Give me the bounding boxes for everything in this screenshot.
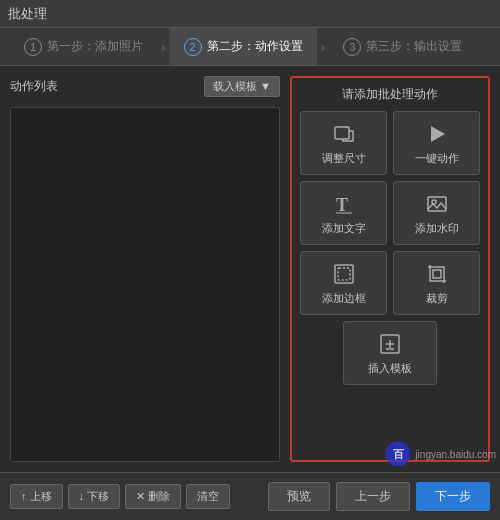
resize-label: 调整尺寸: [322, 151, 366, 166]
step-bar: 1 第一步：添加照片 › 2 第二步：动作设置 › 3 第三步：输出设置: [0, 28, 500, 66]
left-panel-header: 动作列表 载入模板 ▼: [10, 76, 280, 97]
resize-button[interactable]: 调整尺寸: [300, 111, 387, 175]
one-click-label: 一键动作: [415, 151, 459, 166]
step-1[interactable]: 1 第一步：添加照片: [10, 28, 157, 65]
crop-button[interactable]: 裁剪: [393, 251, 480, 315]
step-1-label: 第一步：添加照片: [47, 38, 143, 55]
svg-rect-8: [433, 270, 441, 278]
preview-button[interactable]: 预览: [268, 482, 330, 511]
step-3-num: 3: [343, 38, 361, 56]
insert-btn-row: 插入模板: [300, 321, 480, 385]
bottom-right-controls: 预览 上一步 下一步: [268, 482, 490, 511]
svg-marker-1: [431, 126, 445, 142]
svg-text:百: 百: [393, 448, 405, 460]
bottom-left-controls: ↑ 上移 ↓ 下移 ✕ 删除 清空: [10, 484, 230, 509]
left-panel: 动作列表 载入模板 ▼: [10, 76, 280, 462]
crop-label: 裁剪: [426, 291, 448, 306]
bottom-bar: ↑ 上移 ↓ 下移 ✕ 删除 清空 预览 上一步 下一步: [0, 472, 500, 520]
add-watermark-button[interactable]: 添加水印: [393, 181, 480, 245]
svg-rect-7: [338, 268, 350, 280]
insert-icon: [378, 332, 402, 356]
next-step-button[interactable]: 下一步: [416, 482, 490, 511]
step-2[interactable]: 2 第二步：动作设置: [170, 28, 317, 65]
title-bar: 批处理: [0, 0, 500, 28]
right-panel: 请添加批处理动作 调整尺寸 一键动作: [290, 76, 490, 462]
watermark-icon: [425, 192, 449, 216]
step-3[interactable]: 3 第三步：输出设置: [329, 28, 476, 65]
main-content: 动作列表 载入模板 ▼ 请添加批处理动作 调整尺寸: [0, 66, 500, 472]
baidu-icon: 百: [384, 440, 412, 468]
watermark-logo: 百 jingyan.baidu.com: [384, 440, 496, 468]
action-grid: 调整尺寸 一键动作 T 添加文字: [300, 111, 480, 315]
step-2-label: 第二步：动作设置: [207, 38, 303, 55]
clear-button[interactable]: 清空: [186, 484, 230, 509]
right-panel-title: 请添加批处理动作: [300, 86, 480, 103]
add-text-label: 添加文字: [322, 221, 366, 236]
insert-template-label: 插入模板: [368, 361, 412, 376]
watermark-site: jingyan.baidu.com: [415, 449, 496, 460]
svg-rect-0: [335, 127, 349, 139]
step-1-num: 1: [24, 38, 42, 56]
action-list-title: 动作列表: [10, 78, 58, 95]
add-text-button[interactable]: T 添加文字: [300, 181, 387, 245]
insert-template-button[interactable]: 插入模板: [343, 321, 437, 385]
svg-text:T: T: [336, 195, 348, 215]
crop-icon: [425, 262, 449, 286]
watermark: 百 jingyan.baidu.com: [384, 440, 496, 468]
text-icon: T: [332, 192, 356, 216]
add-border-label: 添加边框: [322, 291, 366, 306]
add-border-button[interactable]: 添加边框: [300, 251, 387, 315]
border-icon: [332, 262, 356, 286]
step-3-label: 第三步：输出设置: [366, 38, 462, 55]
step-arrow-1: ›: [161, 39, 166, 55]
app-title: 批处理: [8, 5, 47, 23]
import-template-button[interactable]: 载入模板 ▼: [204, 76, 280, 97]
step-2-num: 2: [184, 38, 202, 56]
add-watermark-label: 添加水印: [415, 221, 459, 236]
move-down-button[interactable]: ↓ 下移: [68, 484, 121, 509]
one-click-button[interactable]: 一键动作: [393, 111, 480, 175]
action-list-area: [10, 107, 280, 462]
prev-step-button[interactable]: 上一步: [336, 482, 410, 511]
resize-icon: [332, 122, 356, 146]
delete-button[interactable]: ✕ 删除: [125, 484, 181, 509]
play-icon: [425, 122, 449, 146]
step-arrow-2: ›: [321, 39, 326, 55]
move-up-button[interactable]: ↑ 上移: [10, 484, 63, 509]
